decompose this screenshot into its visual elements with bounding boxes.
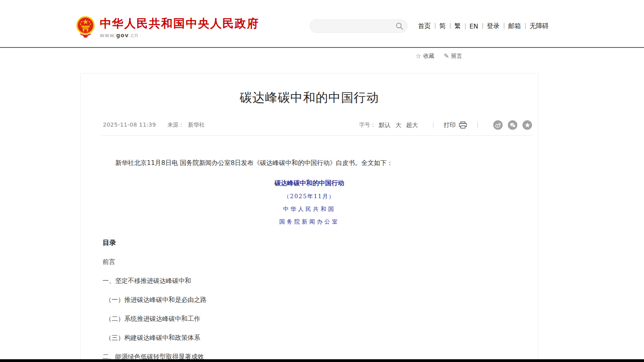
share-icons — [488, 120, 532, 130]
divider — [433, 122, 433, 128]
favorite-label: 收藏 — [423, 53, 434, 60]
doc-org-line1: 中华人民共和国 — [103, 206, 516, 213]
print-label: 打印 — [444, 121, 456, 129]
toc-item: 前言 — [103, 258, 516, 266]
nav-link[interactable]: 简 — [435, 22, 450, 30]
meta-divider — [101, 135, 532, 136]
comment-label: 留言 — [451, 53, 462, 60]
site-title: 中华人民共和国中央人民政府 — [100, 17, 259, 30]
toc-item: （二）系统推进碳达峰碳中和工作 — [103, 315, 516, 323]
favorite-link[interactable]: ☆ 收藏 — [416, 52, 434, 60]
lead-paragraph: 新华社北京11月8日电 国务院新闻办公室8日发布《碳达峰碳中和的中国行动》白皮书… — [103, 158, 516, 168]
font-size-option[interactable]: 大 — [395, 121, 401, 129]
source-label: 来源： — [167, 121, 184, 128]
nav-link[interactable]: 邮箱 — [504, 22, 525, 30]
source-value[interactable]: 新华社 — [188, 121, 205, 128]
article-meta-right: 字号： 默认大超大 打印 — [359, 120, 532, 130]
article-meta-left: 2025-11-08 11:39 来源： 新华社 — [103, 121, 207, 129]
toc-item: 一、坚定不移推进碳达峰碳中和 — [103, 277, 516, 285]
toc-heading: 目录 — [103, 238, 516, 247]
nav-link[interactable]: 繁 — [450, 22, 465, 30]
comment-link[interactable]: ✎ 留言 — [444, 52, 462, 60]
article-body: 新华社北京11月8日电 国务院新闻办公室8日发布《碳达峰碳中和的中国行动》白皮书… — [81, 158, 538, 362]
site-header: 中华人民共和国中央人民政府 www.gov.cn 首页简繁EN登录邮箱无障碍 — [0, 0, 644, 47]
font-size-option[interactable]: 默认 — [379, 121, 391, 129]
bottom-edge-bar — [0, 359, 644, 362]
toc-item: （三）构建碳达峰碳中和政策体系 — [103, 334, 516, 342]
brand-text: 中华人民共和国中央人民政府 www.gov.cn — [100, 15, 259, 38]
doc-title: 碳达峰碳中和的中国行动 — [103, 179, 516, 188]
star-share-icon[interactable] — [522, 120, 532, 130]
divider — [477, 122, 478, 128]
nav-link[interactable]: 无障碍 — [525, 22, 553, 30]
font-size-label: 字号： — [359, 121, 376, 129]
search-input[interactable] — [316, 20, 395, 32]
font-size-option[interactable]: 超大 — [406, 121, 418, 129]
search-icon[interactable] — [395, 22, 403, 30]
print-button[interactable]: 打印 — [444, 121, 467, 129]
pencil-icon: ✎ — [444, 52, 449, 60]
doc-date: （2025年11月） — [103, 193, 516, 200]
weibo-icon[interactable] — [493, 120, 503, 130]
wechat-icon[interactable] — [508, 120, 517, 130]
site-brand[interactable]: 中华人民共和国中央人民政府 www.gov.cn — [76, 15, 259, 38]
star-icon: ☆ — [416, 52, 421, 60]
nav-link[interactable]: EN — [465, 23, 483, 30]
page: 中华人民共和国中央人民政府 www.gov.cn 首页简繁EN登录邮箱无障碍 ☆… — [0, 0, 644, 362]
header-nav: 首页简繁EN登录邮箱无障碍 — [414, 22, 553, 30]
utility-bar: ☆ 收藏 ✎ 留言 — [416, 52, 472, 60]
article-title: 碳达峰碳中和的中国行动 — [81, 89, 538, 106]
nav-link[interactable]: 登录 — [483, 22, 504, 30]
table-of-contents: 前言一、坚定不移推进碳达峰碳中和（一）推进碳达峰碳中和是必由之路（二）系统推进碳… — [103, 258, 516, 362]
doc-org-line2: 国务院新闻办公室 — [103, 218, 516, 226]
font-size-options: 默认大超大 — [379, 121, 423, 129]
publish-date: 2025-11-08 11:39 — [103, 121, 156, 128]
header-divider — [0, 47, 644, 48]
toc-item: （一）推进碳达峰碳中和是必由之路 — [103, 296, 516, 304]
article-meta: 2025-11-08 11:39 来源： 新华社 字号： 默认大超大 打印 — [101, 120, 532, 130]
search-box — [310, 19, 408, 33]
printer-icon — [459, 121, 467, 129]
site-url: www.gov.cn — [100, 32, 259, 38]
national-emblem-logo — [76, 15, 95, 38]
article-card: 碳达峰碳中和的中国行动 2025-11-08 11:39 来源： 新华社 字号：… — [80, 73, 538, 362]
nav-link[interactable]: 首页 — [414, 22, 435, 30]
